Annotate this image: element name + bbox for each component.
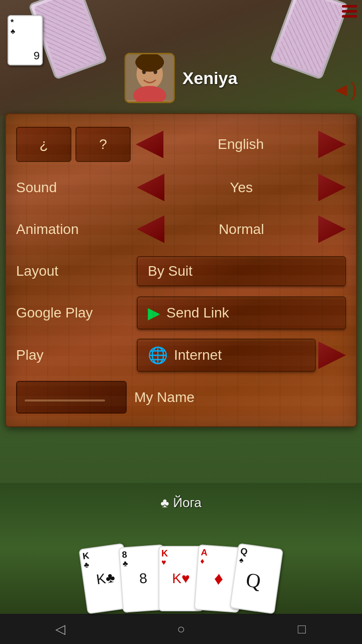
my-name-label: My Name bbox=[134, 389, 195, 406]
google-play-control: ▶ Send Link bbox=[137, 296, 346, 330]
nav-back-btn[interactable]: ◁ bbox=[45, 619, 75, 639]
my-name-row: My Name bbox=[16, 381, 346, 414]
globe-icon: 🌐 bbox=[148, 346, 168, 365]
lang-btn-question[interactable]: ? bbox=[75, 127, 131, 162]
layout-control: By Suit bbox=[137, 256, 346, 286]
send-link-button[interactable]: ▶ Send Link bbox=[137, 296, 346, 330]
play-control: 🌐 Internet bbox=[137, 339, 346, 372]
internet-button[interactable]: 🌐 Internet bbox=[137, 339, 316, 372]
play-label: Play bbox=[16, 347, 137, 363]
hamburger-menu[interactable] bbox=[342, 5, 357, 18]
card-back-right bbox=[269, 0, 349, 80]
layout-label: Layout bbox=[16, 263, 137, 279]
svg-text:Q: Q bbox=[244, 568, 262, 593]
sound-value: Yes bbox=[167, 180, 316, 196]
player-avatar bbox=[125, 53, 175, 103]
cards-hand: K ♣ K♣ 8 ♣ 8 K ♥ K♥ A ♦ ♦ Q ♠ Q bbox=[83, 546, 279, 611]
play-next-btn[interactable] bbox=[318, 342, 346, 369]
language-next-btn[interactable] bbox=[318, 131, 346, 158]
player-name: Xeniya bbox=[183, 68, 238, 88]
sound-volume-icon[interactable]: ◄) bbox=[332, 78, 357, 101]
layout-button[interactable]: By Suit bbox=[137, 256, 346, 286]
svg-rect-5 bbox=[135, 60, 163, 64]
internet-label: Internet bbox=[174, 347, 222, 363]
sound-next-btn[interactable] bbox=[318, 174, 346, 201]
sound-row: Sound Yes bbox=[16, 171, 346, 204]
lang-btn-question-i[interactable]: ¿ bbox=[16, 127, 71, 162]
settings-panel: ¿ ? English Sound Yes Animation Normal bbox=[5, 113, 357, 427]
animation-value: Normal bbox=[167, 221, 316, 237]
nav-home-btn[interactable]: ○ bbox=[166, 619, 196, 639]
menu-line-2 bbox=[342, 10, 357, 13]
sound-label: Sound bbox=[16, 180, 137, 196]
google-play-row: Google Play ▶ Send Link bbox=[16, 296, 346, 330]
google-play-label: Google Play bbox=[16, 305, 137, 321]
sound-control: Yes bbox=[137, 174, 346, 201]
animation-control: Normal bbox=[137, 215, 346, 243]
play-store-icon: ▶ bbox=[148, 303, 160, 323]
menu-line-1 bbox=[342, 5, 357, 8]
bottom-player-name: Йога bbox=[173, 495, 202, 511]
bottom-player-symbol: ♣ bbox=[160, 495, 169, 511]
animation-label: Animation bbox=[16, 221, 137, 237]
language-row: ¿ ? English bbox=[16, 127, 346, 162]
language-prev-btn[interactable] bbox=[136, 131, 163, 158]
layout-row: Layout By Suit bbox=[16, 255, 346, 287]
play-row: Play 🌐 Internet bbox=[16, 339, 346, 372]
language-control: English bbox=[136, 131, 346, 158]
menu-line-3 bbox=[342, 15, 357, 18]
sound-prev-btn[interactable] bbox=[137, 174, 164, 201]
animation-row: Animation Normal bbox=[16, 213, 346, 246]
bottom-player-area: ♣ Йога bbox=[160, 495, 202, 511]
nav-recent-btn[interactable]: □ bbox=[287, 619, 317, 639]
send-link-label: Send Link bbox=[166, 305, 229, 321]
player-area: Xeniya bbox=[125, 53, 238, 103]
layout-value: By Suit bbox=[148, 263, 193, 279]
card-q-spades[interactable]: Q ♠ Q bbox=[229, 543, 283, 614]
animation-next-btn[interactable] bbox=[318, 215, 346, 243]
name-input-box[interactable] bbox=[16, 381, 127, 414]
animation-prev-btn[interactable] bbox=[137, 215, 164, 243]
language-value: English bbox=[166, 136, 316, 152]
android-nav-bar: ◁ ○ □ bbox=[0, 614, 362, 644]
